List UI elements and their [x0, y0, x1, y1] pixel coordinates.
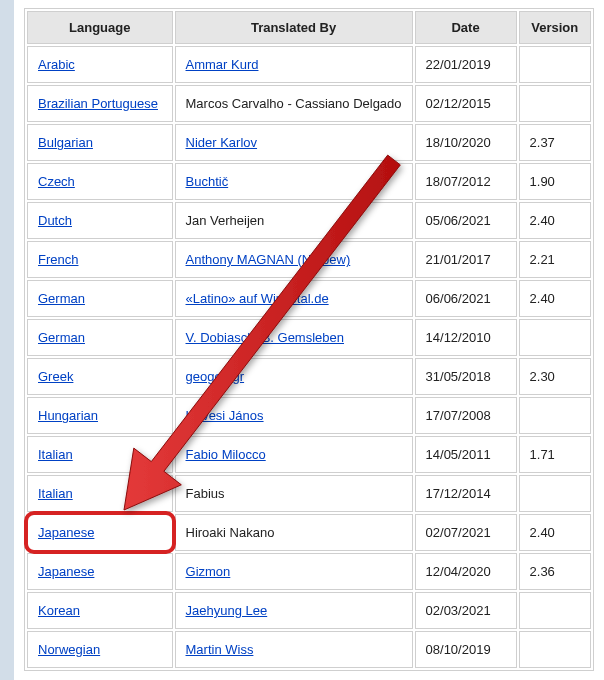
cell-version: [519, 475, 591, 512]
language-link[interactable]: Hungarian: [38, 408, 98, 423]
cell-language: Arabic: [27, 46, 173, 83]
language-link[interactable]: French: [38, 252, 78, 267]
cell-translated-by: Fabio Milocco: [175, 436, 413, 473]
language-link[interactable]: Arabic: [38, 57, 75, 72]
cell-date: 02/12/2015: [415, 85, 517, 122]
table-row: Brazilian PortugueseMarcos Carvalho - Ca…: [27, 85, 591, 122]
cell-date: 14/12/2010: [415, 319, 517, 356]
translator-text: Marcos Carvalho - Cassiano Delgado: [186, 96, 402, 111]
language-link[interactable]: Japanese: [38, 564, 94, 579]
language-link[interactable]: Greek: [38, 369, 73, 384]
cell-date: 02/07/2021: [415, 514, 517, 551]
language-link[interactable]: Italian: [38, 486, 73, 501]
cell-translated-by: Gizmon: [175, 553, 413, 590]
translator-text: Hiroaki Nakano: [186, 525, 275, 540]
cell-version: [519, 592, 591, 629]
table-row: NorwegianMartin Wiss08/10/2019: [27, 631, 591, 668]
table-row: ItalianFabio Milocco14/05/20111.71: [27, 436, 591, 473]
language-link[interactable]: Bulgarian: [38, 135, 93, 150]
cell-version: [519, 631, 591, 668]
translator-link[interactable]: Jaehyung Lee: [186, 603, 268, 618]
cell-language: Dutch: [27, 202, 173, 239]
translator-link[interactable]: Anthony MAGNAN (Netbew): [186, 252, 351, 267]
language-link[interactable]: Norwegian: [38, 642, 100, 657]
table-row: DutchJan Verheijen05/06/20212.40: [27, 202, 591, 239]
cell-language: Hungarian: [27, 397, 173, 434]
cell-version: 2.40: [519, 280, 591, 317]
language-link[interactable]: Brazilian Portuguese: [38, 96, 158, 111]
table-row: GermanV. Dobiasch, B. Gemsleben14/12/201…: [27, 319, 591, 356]
cell-version: 1.71: [519, 436, 591, 473]
cell-language: Czech: [27, 163, 173, 200]
cell-version: [519, 319, 591, 356]
language-link[interactable]: German: [38, 291, 85, 306]
cell-date: 08/10/2019: [415, 631, 517, 668]
cell-language: Norwegian: [27, 631, 173, 668]
cell-language: Brazilian Portuguese: [27, 85, 173, 122]
col-header-translated-by: Translated By: [175, 11, 413, 44]
cell-translated-by: Buchtič: [175, 163, 413, 200]
table-row: ItalianFabius17/12/2014: [27, 475, 591, 512]
cell-language: Italian: [27, 475, 173, 512]
translator-link[interactable]: Martin Wiss: [186, 642, 254, 657]
cell-date: 17/07/2008: [415, 397, 517, 434]
translator-link[interactable]: Ammar Kurd: [186, 57, 259, 72]
page-container: Language Translated By Date Version Arab…: [14, 0, 604, 680]
language-link[interactable]: Italian: [38, 447, 73, 462]
cell-date: 14/05/2011: [415, 436, 517, 473]
cell-translated-by: Hevesi János: [175, 397, 413, 434]
cell-translated-by: Nider Karlov: [175, 124, 413, 161]
translator-link[interactable]: geogeo.gr: [186, 369, 245, 384]
cell-version: 2.36: [519, 553, 591, 590]
cell-translated-by: Anthony MAGNAN (Netbew): [175, 241, 413, 278]
cell-language: Japanese: [27, 514, 173, 551]
cell-date: 31/05/2018: [415, 358, 517, 395]
cell-language: Bulgarian: [27, 124, 173, 161]
table-row: KoreanJaehyung Lee02/03/2021: [27, 592, 591, 629]
cell-language: Korean: [27, 592, 173, 629]
cell-translated-by: Martin Wiss: [175, 631, 413, 668]
translator-link[interactable]: Buchtič: [186, 174, 229, 189]
cell-date: 02/03/2021: [415, 592, 517, 629]
cell-date: 21/01/2017: [415, 241, 517, 278]
translator-link[interactable]: «Latino» auf WinTotal.de: [186, 291, 329, 306]
cell-version: 2.37: [519, 124, 591, 161]
translator-text: Jan Verheijen: [186, 213, 265, 228]
table-row: German«Latino» auf WinTotal.de06/06/2021…: [27, 280, 591, 317]
cell-language: Greek: [27, 358, 173, 395]
table-header-row: Language Translated By Date Version: [27, 11, 591, 44]
table-body: ArabicAmmar Kurd22/01/2019Brazilian Port…: [27, 46, 591, 668]
col-header-date: Date: [415, 11, 517, 44]
cell-language: Japanese: [27, 553, 173, 590]
cell-language: German: [27, 280, 173, 317]
language-link[interactable]: Korean: [38, 603, 80, 618]
language-link[interactable]: Dutch: [38, 213, 72, 228]
translator-link[interactable]: Hevesi János: [186, 408, 264, 423]
cell-translated-by: geogeo.gr: [175, 358, 413, 395]
table-row: HungarianHevesi János17/07/2008: [27, 397, 591, 434]
cell-version: 2.40: [519, 514, 591, 551]
cell-date: 18/07/2012: [415, 163, 517, 200]
translator-link[interactable]: Nider Karlov: [186, 135, 258, 150]
cell-translated-by: Fabius: [175, 475, 413, 512]
language-link[interactable]: Japanese: [38, 525, 94, 540]
language-link[interactable]: Czech: [38, 174, 75, 189]
table-row: Greekgeogeo.gr31/05/20182.30: [27, 358, 591, 395]
cell-date: 18/10/2020: [415, 124, 517, 161]
translator-link[interactable]: V. Dobiasch, B. Gemsleben: [186, 330, 345, 345]
translator-link[interactable]: Gizmon: [186, 564, 231, 579]
cell-version: [519, 46, 591, 83]
cell-version: 1.90: [519, 163, 591, 200]
translator-text: Fabius: [186, 486, 225, 501]
cell-version: 2.40: [519, 202, 591, 239]
cell-language: Italian: [27, 436, 173, 473]
translator-link[interactable]: Fabio Milocco: [186, 447, 266, 462]
language-link[interactable]: German: [38, 330, 85, 345]
cell-translated-by: Jaehyung Lee: [175, 592, 413, 629]
cell-translated-by: Ammar Kurd: [175, 46, 413, 83]
table-row: ArabicAmmar Kurd22/01/2019: [27, 46, 591, 83]
table-row: JapaneseGizmon12/04/20202.36: [27, 553, 591, 590]
translations-table: Language Translated By Date Version Arab…: [24, 8, 594, 671]
cell-version: 2.21: [519, 241, 591, 278]
cell-date: 22/01/2019: [415, 46, 517, 83]
